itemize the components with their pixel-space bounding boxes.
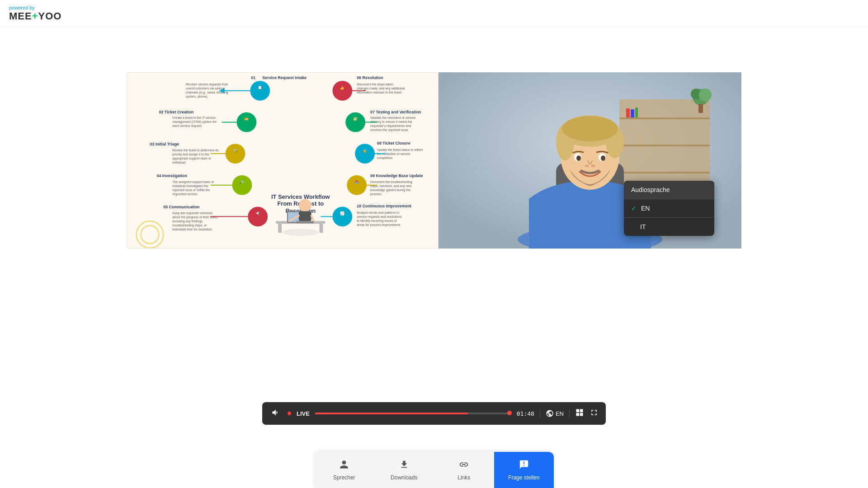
tab-downloads[interactable]: Downloads	[374, 452, 434, 488]
link-icon	[459, 460, 469, 469]
sprecher-icon	[339, 460, 349, 472]
svg-rect-9	[278, 224, 282, 233]
svg-text:Document the troubleshooting: Document the troubleshooting	[370, 180, 412, 184]
svg-text:08  Ticket Closure: 08 Ticket Closure	[377, 141, 410, 145]
svg-point-81	[347, 175, 367, 195]
svg-point-120	[576, 155, 581, 161]
layout-button[interactable]	[575, 408, 584, 419]
svg-rect-107	[631, 109, 634, 117]
grid-icon	[575, 408, 584, 417]
tab-sprecher-label: Sprecher	[333, 474, 355, 481]
person-icon	[339, 460, 349, 469]
language-dropdown: Audiosprache ✓ EN IT	[624, 181, 714, 236]
svg-text:resolves the reported issue.: resolves the reported issue.	[370, 128, 409, 132]
frage-icon	[519, 460, 529, 472]
svg-text:🔎: 🔎	[240, 180, 244, 184]
svg-point-50	[248, 206, 268, 226]
tab-links[interactable]: Links	[434, 452, 494, 488]
main-content: IT Services Workflow From Request to Res…	[0, 27, 868, 416]
svg-text:requested service.: requested service.	[172, 192, 198, 196]
fullscreen-button[interactable]	[590, 408, 599, 419]
svg-text:📢: 📢	[255, 211, 260, 216]
fullscreen-icon	[590, 408, 599, 417]
downloads-icon	[399, 460, 409, 472]
check-icon: ✓	[631, 205, 637, 212]
svg-text:Review the ticket to determine: Review the ticket to determine its	[172, 149, 219, 152]
player-controls: LIVE 01:48 EN	[262, 402, 606, 425]
svg-point-42	[232, 175, 252, 195]
logo-mee: MEE	[9, 10, 32, 22]
svg-point-117	[562, 116, 618, 141]
svg-text:individual: individual	[172, 161, 185, 164]
svg-rect-100	[619, 145, 710, 146]
time-display: 01:48	[517, 410, 534, 417]
svg-text:process.: process.	[370, 192, 382, 196]
svg-text:including any findings,: including any findings,	[172, 220, 203, 223]
svg-rect-106	[626, 108, 630, 117]
svg-text:priority and assign it to the: priority and assign it to the	[172, 153, 209, 156]
svg-text:Receive service requests from: Receive service requests from	[186, 83, 228, 86]
svg-text:03  Initial Triage: 03 Initial Triage	[150, 142, 179, 146]
live-label: LIVE	[297, 410, 310, 417]
svg-rect-99	[619, 117, 710, 119]
svg-text:07  Testing and Verification: 07 Testing and Verification	[370, 110, 421, 114]
svg-text:requester's requirements and: requester's requirements and	[370, 124, 411, 128]
bottom-tabs: Sprecher Downloads Links Frage stellen	[314, 452, 554, 488]
svg-text:troubleshooting steps, or: troubleshooting steps, or	[172, 224, 207, 227]
svg-text:areas for process improvement.: areas for process improvement.	[357, 223, 401, 227]
svg-text:🔍: 🔍	[233, 148, 238, 153]
slide-panel: IT Services Workflow From Request to Res…	[127, 72, 439, 249]
dropdown-header: Audiosprache	[624, 181, 714, 199]
logo-area: powered by MEE+YOO	[9, 5, 61, 22]
svg-text:individual investigates the: individual investigates the	[172, 184, 208, 188]
svg-text:The assigned support team or: The assigned support team or	[172, 180, 214, 184]
svg-text:channels (e.g., email, ticketi: channels (e.g., email, ticketing	[186, 91, 228, 94]
svg-text:📚: 📚	[354, 180, 359, 184]
logo-yoo: YOO	[38, 10, 62, 22]
volume-button[interactable]	[269, 406, 282, 421]
separator-2	[569, 409, 570, 418]
svg-text:06  Resolution: 06 Resolution	[357, 75, 383, 80]
tab-links-label: Links	[458, 474, 470, 481]
svg-rect-14	[299, 211, 311, 221]
svg-text:users/customers via various: users/customers via various	[186, 87, 225, 90]
language-button[interactable]: EN	[546, 409, 564, 418]
svg-point-18	[250, 81, 270, 101]
svg-point-34	[226, 144, 245, 164]
svg-text:09  Knowledge Base Update: 09 Knowledge Base Update	[370, 174, 423, 178]
tab-frage[interactable]: Frage stellen	[494, 452, 554, 488]
svg-text:Create a ticket in the IT serv: Create a ticket in the IT service	[172, 116, 216, 119]
svg-rect-17	[296, 221, 314, 223]
svg-text:Analyze trends and patterns in: Analyze trends and patterns in	[357, 211, 399, 215]
svg-text:estimated time for resolution.: estimated time for resolution.	[172, 228, 212, 231]
svg-text:management (ITSM) system for: management (ITSM) system for	[172, 120, 217, 124]
svg-text:05  Communication: 05 Communication	[163, 205, 199, 209]
language-option-it[interactable]: IT	[624, 217, 714, 236]
language-en-label: EN	[641, 205, 650, 212]
tab-downloads-label: Downloads	[391, 474, 417, 481]
svg-point-104	[699, 89, 712, 101]
svg-text:📈: 📈	[340, 211, 344, 216]
svg-text:01: 01	[251, 75, 255, 80]
download-icon	[399, 460, 409, 469]
logo-text: MEE+YOO	[9, 10, 61, 22]
volume-icon	[271, 408, 280, 417]
language-option-en[interactable]: ✓ EN	[624, 199, 714, 217]
links-icon	[459, 460, 469, 472]
svg-text:Keep the requester informed: Keep the requester informed	[172, 211, 212, 215]
svg-text:completion.: completion.	[377, 156, 393, 160]
progress-thumb	[507, 411, 512, 415]
svg-point-122	[585, 164, 589, 167]
svg-text:appropriate support team or: appropriate support team or	[172, 157, 211, 160]
svg-text:changes made, and any addition: changes made, and any additional	[357, 87, 405, 90]
svg-text:✅: ✅	[353, 117, 358, 121]
svg-text:📋: 📋	[258, 85, 262, 89]
tab-frage-label: Frage stellen	[508, 474, 539, 481]
svg-text:Service Request Intake: Service Request Intake	[262, 75, 307, 80]
powered-by-text: powered by	[9, 5, 61, 10]
progress-bar[interactable]	[315, 413, 511, 414]
svg-point-59	[332, 81, 352, 101]
svg-text:Validate the resolution or ser: Validate the resolution or service	[370, 116, 415, 119]
svg-point-123	[591, 164, 595, 167]
tab-sprecher[interactable]: Sprecher	[314, 452, 374, 488]
